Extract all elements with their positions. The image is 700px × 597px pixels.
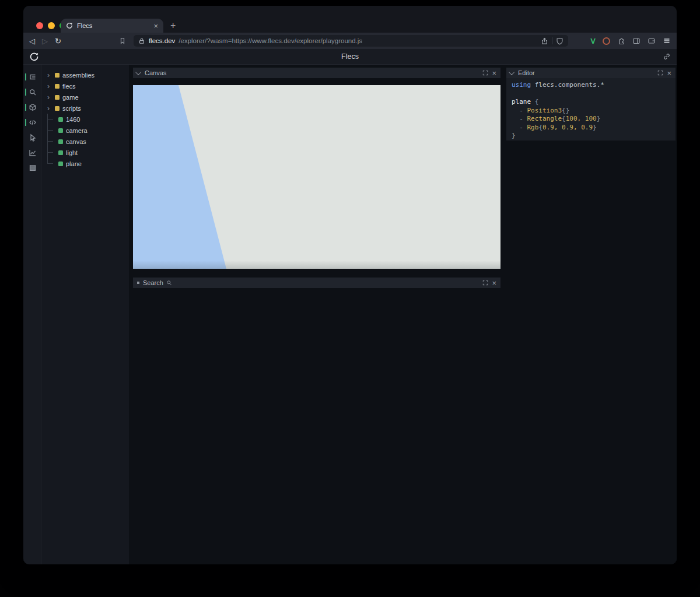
expand-chevron-icon[interactable]: › [47, 94, 52, 101]
wallet-icon[interactable] [648, 37, 656, 45]
tree-item-1460[interactable]: 1460 [41, 114, 129, 125]
code-line [512, 90, 676, 99]
code-line: using flecs.components.* [512, 81, 676, 90]
entity-tree: ›assemblies›flecs›game›scripts1460camera… [41, 65, 129, 564]
tree-item-camera[interactable]: camera [41, 125, 129, 136]
url-domain: flecs.dev [149, 37, 175, 44]
entity-square-icon [58, 139, 63, 144]
share-link-icon[interactable] [663, 52, 671, 63]
close-window-button[interactable] [36, 22, 43, 29]
menu-icon[interactable] [663, 37, 671, 45]
tree-item-label: scripts [62, 105, 81, 112]
tab-title: Flecs [77, 22, 149, 29]
app-header: Flecs [23, 49, 677, 65]
sidebar-toggle-icon[interactable] [632, 37, 640, 45]
expand-chevron-icon[interactable]: › [47, 105, 52, 112]
share-icon[interactable] [541, 37, 548, 45]
forward-button[interactable]: ▷ [42, 37, 48, 45]
new-tab-button[interactable]: + [170, 21, 176, 30]
tree-guide-line [47, 147, 55, 158]
entity-square-icon [58, 128, 63, 133]
close-icon[interactable]: × [667, 69, 671, 77]
collapse-dot-icon[interactable] [137, 282, 139, 284]
tree-item-plane[interactable]: plane [41, 158, 129, 169]
left-icon-strip [23, 65, 41, 564]
module-square-icon [55, 106, 60, 111]
tree-guide-line [47, 136, 55, 147]
inspect-cursor-icon[interactable] [23, 130, 41, 145]
entity-square-icon [58, 117, 63, 122]
minimize-window-button[interactable] [48, 22, 55, 29]
tree-item-label: game [62, 94, 79, 101]
code-line: - Rgb{0.9, 0.9, 0.9} [512, 124, 676, 132]
search-panel-header[interactable]: Search × [133, 278, 501, 288]
brave-shield-icon[interactable] [556, 37, 564, 45]
module-square-icon [55, 95, 60, 100]
url-divider [552, 37, 552, 44]
tree-item-label: assemblies [62, 72, 94, 79]
browser-tab[interactable]: Flecs × [61, 19, 163, 33]
extensions-puzzle-icon[interactable] [617, 37, 625, 45]
code-line: - Position3{} [512, 107, 676, 115]
fullscreen-icon[interactable] [482, 280, 488, 286]
code-line: plane { [512, 98, 676, 107]
search-icon [166, 280, 172, 286]
tree-item-light[interactable]: light [41, 147, 129, 158]
search-panel-title: Search [143, 279, 163, 286]
entity-square-icon [58, 150, 63, 155]
stats-chart-icon[interactable] [23, 145, 41, 160]
address-bar[interactable]: flecs.dev/explorer/?wasm=https://www.fle… [134, 35, 568, 47]
flecs-favicon [66, 22, 73, 29]
module-square-icon [55, 73, 60, 78]
flecs-logo-icon [29, 52, 39, 62]
reload-button[interactable]: ↻ [55, 37, 61, 45]
tree-item-label: plane [66, 160, 82, 167]
editor-panel-header[interactable]: Editor × [506, 68, 676, 78]
tree-item-game[interactable]: ›game [41, 92, 129, 103]
tree-item-scripts[interactable]: ›scripts [41, 103, 129, 114]
chevron-down-icon[interactable] [135, 69, 141, 75]
browser-toolbar: ◁ ▷ ↻ flecs.dev/explorer/?wasm=https://w… [23, 33, 677, 49]
code-line: } [512, 132, 676, 141]
rows-table-icon[interactable] [23, 160, 41, 175]
tree-item-label: canvas [66, 138, 86, 145]
tree-item-label: flecs [62, 83, 76, 90]
tab-close-icon[interactable]: × [153, 22, 158, 30]
v-extension-icon[interactable]: V [590, 37, 596, 45]
editor-code-icon[interactable] [23, 115, 41, 130]
tree-guide-line [47, 125, 55, 136]
screenshot-stage: Flecs × + ◁ ▷ ↻ fle [0, 0, 700, 597]
editor-code[interactable]: using flecs.components.* plane { - Posit… [506, 78, 676, 141]
editor-panel-title: Editor [518, 69, 535, 76]
search-panel-icon[interactable] [23, 85, 41, 100]
entity-square-icon [58, 161, 63, 166]
tree-item-assemblies[interactable]: ›assemblies [41, 69, 129, 80]
tree-item-canvas[interactable]: canvas [41, 136, 129, 147]
tree-item-flecs[interactable]: ›flecs [41, 80, 129, 92]
expand-chevron-icon[interactable]: › [47, 72, 52, 79]
scene-sky [133, 85, 228, 269]
code-line: - Rectangle{100, 100} [512, 115, 676, 124]
canvas-panel-title: Canvas [145, 69, 166, 76]
browser-tab-strip: Flecs × + [23, 6, 677, 33]
page-title: Flecs [23, 52, 677, 61]
canvas-scene[interactable] [133, 85, 501, 269]
fullscreen-icon[interactable] [657, 70, 663, 76]
entity-tree-panel-icon[interactable] [23, 69, 41, 85]
tree-item-label: camera [66, 127, 88, 134]
url-path: /explorer/?wasm=https://www.flecs.dev/ex… [178, 37, 362, 44]
expand-chevron-icon[interactable]: › [47, 83, 52, 90]
extension-ring-icon[interactable] [603, 37, 610, 45]
canvas-panel-header[interactable]: Canvas × [133, 68, 501, 78]
main-area: ›assemblies›flecs›game›scripts1460camera… [23, 65, 677, 564]
close-icon[interactable]: × [492, 279, 496, 287]
tree-item-label: 1460 [66, 116, 80, 123]
content-area: Canvas × Search [129, 65, 677, 564]
fullscreen-icon[interactable] [482, 70, 488, 76]
close-icon[interactable]: × [492, 69, 496, 77]
chevron-down-icon[interactable] [509, 69, 514, 75]
bookmark-icon[interactable] [118, 37, 127, 45]
back-button[interactable]: ◁ [29, 37, 35, 45]
canvas-cube-icon[interactable] [23, 100, 41, 115]
browser-window: Flecs × + ◁ ▷ ↻ fle [23, 6, 677, 564]
